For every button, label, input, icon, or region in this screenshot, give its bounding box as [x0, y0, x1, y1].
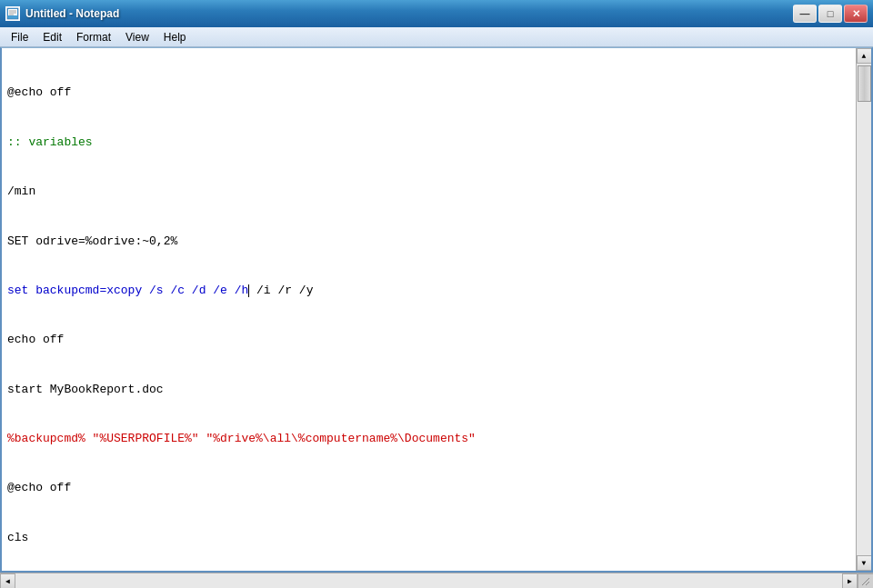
line-8: %backupcmd% "%USERPROFILE%" "%drive%\all…: [7, 431, 850, 447]
text-area-wrapper[interactable]: @echo off :: variables /min SET odrive=%…: [2, 48, 856, 571]
line-10: cls: [7, 530, 850, 546]
scroll-right-button[interactable]: ▶: [842, 573, 858, 589]
menu-help[interactable]: Help: [156, 29, 194, 45]
minimize-button[interactable]: —: [793, 5, 817, 23]
svg-line-5: [862, 578, 869, 585]
close-button[interactable]: ✕: [844, 5, 868, 23]
menu-edit[interactable]: Edit: [35, 29, 69, 45]
line-5: set backupcmd=xcopy /s /c /d /e /h /i /r…: [7, 283, 850, 299]
editor-container: @echo off :: variables /min SET odrive=%…: [0, 47, 873, 573]
app-icon: [5, 6, 20, 21]
scrollbar-thumb-vertical[interactable]: [858, 65, 871, 102]
scrollbar-corner: [858, 573, 873, 589]
line-7: start MyBookReport.doc: [7, 382, 850, 398]
scroll-down-button[interactable]: ▼: [857, 555, 872, 571]
menu-format[interactable]: Format: [69, 29, 118, 45]
scroll-left-button[interactable]: ◀: [0, 573, 15, 589]
scrollbar-horizontal-area: ◀ ▶: [0, 573, 873, 588]
menu-file[interactable]: File: [4, 29, 35, 45]
window-title: Untitled - Notepad: [25, 7, 119, 20]
menu-bar: File Edit Format View Help: [0, 27, 873, 47]
title-bar-left: Untitled - Notepad: [5, 6, 119, 21]
line-4: SET odrive=%odrive:~0,2%: [7, 234, 850, 250]
menu-view[interactable]: View: [118, 29, 156, 45]
scrollbar-vertical[interactable]: ▲ ▼: [856, 48, 871, 571]
line-3: /min: [7, 184, 850, 200]
line-1: @echo off: [7, 85, 850, 101]
title-bar: Untitled - Notepad — □ ✕: [0, 0, 873, 27]
maximize-button[interactable]: □: [818, 5, 842, 23]
line-6: echo off: [7, 332, 850, 348]
window-controls: — □ ✕: [793, 5, 868, 23]
scroll-up-button[interactable]: ▲: [857, 48, 872, 64]
line-2: :: variables: [7, 135, 850, 151]
scrollbar-track-vertical[interactable]: [857, 64, 871, 555]
text-content[interactable]: @echo off :: variables /min SET odrive=%…: [2, 48, 856, 571]
scrollbar-track-horizontal[interactable]: [15, 573, 842, 588]
svg-line-6: [866, 582, 869, 585]
line-9: @echo off: [7, 480, 850, 496]
